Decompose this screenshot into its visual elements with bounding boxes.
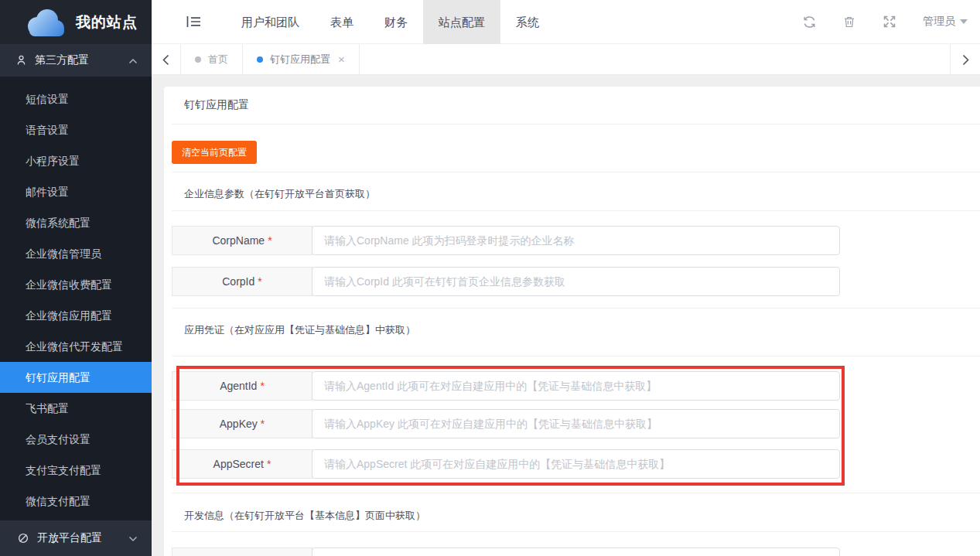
- chevron-down-icon: [960, 19, 968, 24]
- sidebar-item-miniprogram[interactable]: 小程序设置: [0, 145, 152, 176]
- divider: [172, 172, 980, 172]
- field-label-text: CorpName: [212, 234, 265, 247]
- sidebar-menu: 短信设置 语音设置 小程序设置 邮件设置 微信系统配置 企业微信管理员 企业微信…: [0, 84, 152, 517]
- page-title: 钉钉应用配置: [184, 98, 249, 112]
- tab-dingtalk-config[interactable]: 钉钉应用配置 ×: [243, 44, 360, 74]
- divider: [172, 124, 980, 125]
- form-row-agentid: AgentId *: [172, 371, 840, 401]
- sidebar-group-open-platform[interactable]: 开放平台配置: [0, 520, 152, 556]
- sidebar-group-third-party[interactable]: 第三方配置: [0, 44, 152, 77]
- fullscreen-icon[interactable]: [883, 15, 896, 29]
- field-label: AppSecret *: [172, 449, 312, 479]
- sidebar-item-wecom-dev[interactable]: 企业微信代开发配置: [0, 331, 152, 362]
- refresh-icon[interactable]: [802, 15, 816, 29]
- field-label: AppKey *: [172, 409, 312, 438]
- form-row-partial: [172, 547, 840, 556]
- nav-item-system[interactable]: 系统: [500, 0, 555, 44]
- sidebar-item-mail[interactable]: 邮件设置: [0, 176, 152, 207]
- sidebar-item-member-pay[interactable]: 会员支付设置: [0, 424, 152, 455]
- field-label: CorpName *: [172, 226, 312, 255]
- field-label: [172, 547, 312, 556]
- agentid-input[interactable]: [312, 371, 840, 401]
- tab-home-label: 首页: [208, 53, 228, 67]
- sidebar-item-alipay[interactable]: 支付宝支付配置: [0, 455, 152, 486]
- admin-dropdown[interactable]: 管理员: [923, 15, 968, 29]
- tab-dot-icon: [195, 56, 201, 63]
- divider: [172, 531, 980, 532]
- sidebar-footer-title: 开放平台配置: [37, 531, 102, 545]
- navbar-actions: 管理员: [802, 15, 968, 29]
- admin-label: 管理员: [923, 15, 955, 29]
- app-window: 我的站点 用户和团队 表单 财务 站点配置 系统: [0, 0, 980, 556]
- tab-dot-icon: [257, 56, 263, 63]
- field-label-text: CorpId: [222, 275, 254, 288]
- nav-item-users-teams[interactable]: 用户和团队: [226, 0, 315, 44]
- form-row-corpid: CorpId *: [172, 267, 840, 296]
- nav-item-site-config[interactable]: 站点配置: [423, 0, 500, 44]
- top-navbar: 用户和团队 表单 财务 站点配置 系统: [152, 0, 980, 44]
- chevron-up-icon: [113, 53, 138, 67]
- close-icon[interactable]: ×: [338, 53, 345, 65]
- tab-home[interactable]: 首页: [181, 44, 243, 74]
- form-row-appsecret: AppSecret *: [172, 449, 840, 479]
- trash-icon[interactable]: [842, 15, 856, 29]
- divider: [172, 210, 980, 211]
- nav-item-finance[interactable]: 财务: [369, 0, 423, 44]
- form-row-corpname: CorpName *: [172, 226, 840, 255]
- corpid-input[interactable]: [312, 267, 840, 296]
- dev-info-input[interactable]: [312, 547, 840, 556]
- section-title-corp-info: 企业信息参数（在钉钉开放平台首页获取）: [184, 187, 375, 201]
- sidebar-item-wecom-billing[interactable]: 企业微信收费配置: [0, 269, 152, 300]
- brand-title: 我的站点: [76, 12, 138, 32]
- sidebar-item-sms[interactable]: 短信设置: [0, 84, 152, 114]
- sidebar: 第三方配置 短信设置 语音设置 小程序设置 邮件设置 微信系统配置 企业微信管理…: [0, 44, 152, 556]
- section-title-dev-info: 开发信息（在钉钉开放平台【基本信息】页面中获取）: [184, 509, 425, 523]
- divider: [172, 308, 980, 309]
- section-title-app-credentials: 应用凭证（在对应应用【凭证与基础信息】中获取）: [184, 323, 415, 337]
- appsecret-input[interactable]: [312, 449, 840, 479]
- brand-logo-block: 我的站点: [0, 0, 152, 44]
- corpname-input[interactable]: [312, 226, 840, 255]
- field-label: AgentId *: [172, 371, 312, 401]
- main-menu: 用户和团队 表单 财务 站点配置 系统: [226, 0, 555, 44]
- cloud-logo-icon: [22, 7, 67, 38]
- required-marker: *: [267, 458, 271, 470]
- chevron-down-icon: [128, 531, 138, 545]
- sidebar-item-feishu[interactable]: 飞书配置: [0, 393, 152, 424]
- planet-icon: [17, 532, 29, 544]
- sidebar-group-title: 第三方配置: [35, 53, 89, 67]
- field-label: CorpId *: [172, 267, 312, 296]
- sidebar-item-wechat-pay[interactable]: 微信支付配置: [0, 486, 152, 517]
- required-marker: *: [268, 234, 271, 247]
- tab-bar: 首页 钉钉应用配置 ×: [152, 44, 980, 75]
- divider: [172, 493, 980, 493]
- field-label-text: AgentId: [220, 380, 257, 392]
- appkey-input[interactable]: [312, 409, 840, 438]
- sidebar-item-wechat-system[interactable]: 微信系统配置: [0, 207, 152, 238]
- tabs-scroll-left-icon[interactable]: [152, 44, 181, 75]
- required-marker: *: [260, 380, 264, 392]
- person-icon: [15, 54, 27, 67]
- tabs-scroll-right-icon[interactable]: [950, 44, 980, 75]
- content-panel: 钉钉应用配置 清空当前页配置 企业信息参数（在钉钉开放平台首页获取） CorpN…: [164, 87, 980, 556]
- tab-dingtalk-config-label: 钉钉应用配置: [270, 53, 330, 67]
- sidebar-item-wecom-admin[interactable]: 企业微信管理员: [0, 238, 152, 269]
- sidebar-item-dingtalk-app-config[interactable]: 钉钉应用配置: [0, 362, 152, 393]
- required-marker: *: [258, 275, 261, 288]
- field-label-text: AppKey: [220, 418, 258, 430]
- required-marker: *: [261, 418, 265, 430]
- form-row-appkey: AppKey *: [172, 409, 840, 438]
- divider: [172, 356, 980, 356]
- sidebar-item-wecom-app[interactable]: 企业微信应用配置: [0, 300, 152, 331]
- clear-page-config-button[interactable]: 清空当前页配置: [172, 141, 257, 164]
- nav-item-forms[interactable]: 表单: [315, 0, 369, 44]
- sidebar-item-voice[interactable]: 语音设置: [0, 114, 152, 145]
- field-label-text: AppSecret: [213, 458, 264, 470]
- menu-fold-icon[interactable]: [186, 14, 201, 29]
